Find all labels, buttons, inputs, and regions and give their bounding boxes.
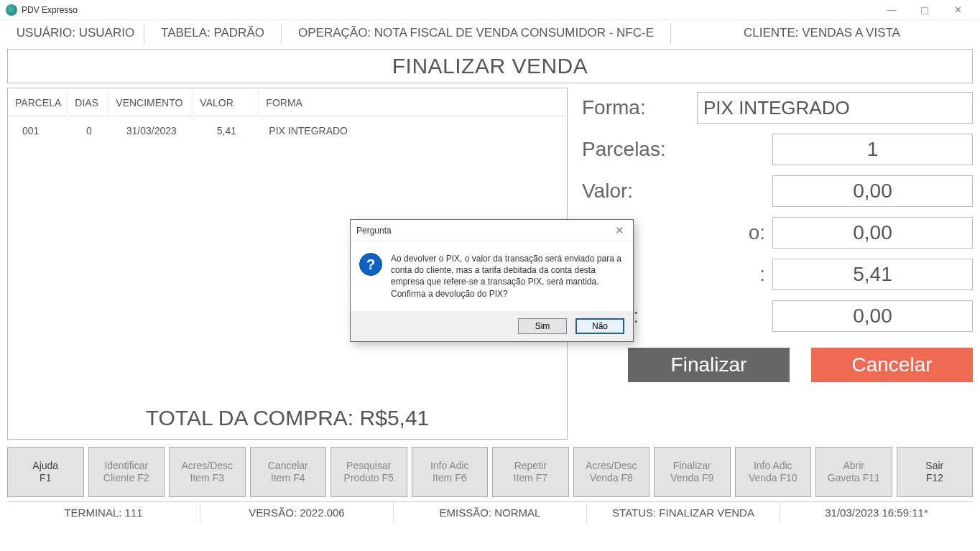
question-icon: ? (359, 253, 382, 276)
dialog-title: Pergunta (356, 226, 392, 236)
confirm-dialog: Pergunta ✕ ? Ao devolver o PIX, o valor … (350, 219, 634, 342)
modal-backdrop: Pergunta ✕ ? Ao devolver o PIX, o valor … (0, 0, 980, 551)
dialog-message: Ao devolver o PIX, o valor da transação … (391, 253, 624, 300)
dialog-close-icon[interactable]: ✕ (612, 224, 627, 237)
dialog-no-button[interactable]: Não (575, 318, 624, 334)
dialog-yes-button[interactable]: Sim (518, 318, 567, 334)
